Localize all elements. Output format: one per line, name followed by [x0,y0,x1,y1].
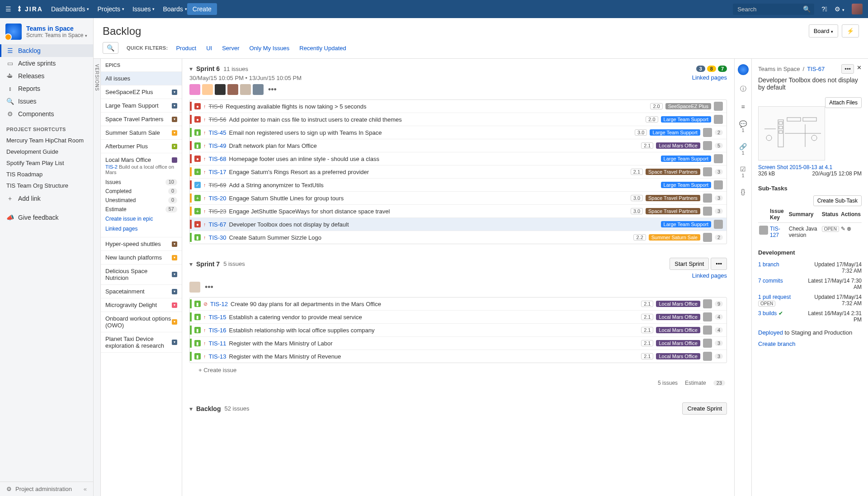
user-avatar[interactable] [852,4,863,14]
nav-boards[interactable]: Boards ▾ [163,5,187,13]
filter-search-icon[interactable]: 🔍 [103,42,118,54]
project-subtitle[interactable]: Scrum: Teams in Space ▾ [26,32,87,38]
assignee-avatar[interactable] [703,141,712,150]
assignee-avatar[interactable] [703,352,712,361]
project-avatar[interactable] [5,24,22,40]
attachment-thumbnail[interactable] [758,106,825,161]
issue-row[interactable]: ▮⊘TIS-12Create 90 day plans for all depa… [190,298,726,311]
shortcut-link[interactable]: Mercury Team HipChat Room [0,135,93,146]
create-button[interactable]: Create [187,3,217,15]
assignee-avatar[interactable] [189,84,200,95]
more-icon[interactable]: ••• [265,85,279,94]
epic-tag[interactable]: Large Team Support [661,156,711,162]
issue-key-link[interactable]: TIS-30 [209,234,226,241]
issue-key-link[interactable]: TIS-23 [209,208,226,215]
create-issue-epic-link[interactable]: Create issue in epic [105,214,177,224]
issue-key-link[interactable]: TIS-49 [209,142,226,149]
issue-row[interactable]: ✓↑TIS-69Add a String anonymizer to TextU… [190,179,726,192]
assignee-avatar[interactable] [703,128,712,137]
app-switcher-icon[interactable]: ☰ [5,5,11,13]
versions-tab[interactable]: VERSIONS [94,59,101,496]
assignee-avatar[interactable] [714,102,723,111]
epic-tag[interactable]: Summer Saturn Sale [649,234,700,241]
issue-row[interactable]: ▮↑TIS-11Register with the Mars Ministry … [190,337,726,350]
assignee-avatar[interactable] [703,326,712,335]
epic-item[interactable]: Spacetainment▾ [101,285,182,298]
info-icon[interactable]: ⓘ [740,85,746,93]
issue-row[interactable]: ●↑TIS-68Homepage footer uses an inline s… [190,152,726,165]
issue-key-link[interactable]: TIS-15 [209,314,226,321]
description-icon[interactable]: ≡ [741,103,745,110]
delete-icon[interactable]: ⊗ [847,226,851,232]
assignee-avatar[interactable] [703,339,712,348]
nav-dashboards[interactable]: Dashboards ▾ [51,5,90,13]
close-icon[interactable]: ✕ [857,64,862,74]
assignee-avatar[interactable] [703,194,712,203]
collapse-sidebar-icon[interactable]: « [84,486,87,492]
issue-key-link[interactable]: TIS-56 [209,116,226,123]
nav-issues[interactable]: Issues ▾ [132,5,155,13]
epic-tag[interactable]: Large Team Support [661,182,711,188]
assignee-avatar[interactable] [714,220,723,229]
project-admin-link[interactable]: Project administration [15,486,72,492]
sidebar-item-backlog[interactable]: ☰Backlog [0,44,93,57]
issue-key-link[interactable]: TIS-69 [209,182,226,189]
filter-recently-updated[interactable]: Recently Updated [299,45,346,52]
issue-row[interactable]: ▮↑TIS-49Draft network plan for Mars Offi… [190,139,726,152]
assignee-avatar[interactable] [703,233,712,242]
epic-item[interactable]: Hyper-speed shuttles▾ [101,237,182,251]
epic-tag[interactable]: Space Travel Partners [646,208,700,214]
sidebar-item-reports[interactable]: ⫾Reports [0,82,93,95]
linked-pages-link[interactable]: Linked pages [692,272,727,279]
share-button[interactable]: ⚡ [842,24,859,38]
edit-icon[interactable]: ✎ [841,226,845,232]
assignee-avatar[interactable] [703,207,712,216]
assignee-avatar[interactable] [714,180,723,189]
issue-row[interactable]: ▮↑TIS-13Register with the Mars Ministry … [190,350,726,363]
subtasks-icon[interactable]: ☑1 [740,165,746,178]
dev-link[interactable]: 1 pull request [758,294,791,300]
epic-tag[interactable]: Local Mars Office [656,301,700,307]
assignee-avatar[interactable] [215,84,226,95]
assignee-avatar[interactable] [253,84,264,95]
issue-key-link[interactable]: TIS-11 [209,340,226,347]
epic-expanded[interactable]: Local Mars Office TIS-2 Build out a loca… [101,153,182,237]
epic-item[interactable]: Space Travel Partners▾ [101,113,182,126]
epic-tag[interactable]: Space Travel Partners [646,169,700,175]
nav-projects[interactable]: Projects ▾ [97,5,124,13]
shortcut-link[interactable]: TIS Roadmap [0,169,93,180]
comments-icon[interactable]: 💬1 [739,120,747,133]
issue-key-link[interactable]: TIS-12 [210,301,228,307]
issue-row[interactable]: ▮↑TIS-15Establish a catering vendor to p… [190,311,726,324]
linked-pages-link[interactable]: Linked pages [692,74,727,81]
epic-item[interactable]: Summer Saturn Sale▾ [101,126,182,140]
attach-files-button[interactable]: Attach Files [825,97,862,108]
detail-more-button[interactable]: ••• [841,64,854,74]
create-sprint-button[interactable]: Create Sprint [682,402,727,415]
epic-tag[interactable]: Local Mars Office [656,353,700,359]
create-subtask-button[interactable]: Create Sub-Task [813,195,862,206]
filter-ui[interactable]: UI [206,45,212,52]
issue-row[interactable]: ●↑TIS-56Add pointer to main css file to … [190,113,726,126]
shortcut-link[interactable]: Spotify Team Play List [0,157,93,169]
create-issue-link[interactable]: + Create issue [189,363,727,377]
epic-item[interactable]: Planet Taxi Device exploration & researc… [101,332,182,353]
create-branch-link[interactable]: Create branch [758,340,795,347]
dev-icon[interactable]: {} [741,188,745,195]
epic-tag[interactable]: Space Travel Partners [646,195,700,201]
epic-item[interactable]: Microgravity Delight▾ [101,298,182,312]
sidebar-item-issues[interactable]: 🔍Issues [0,95,93,108]
issue-key-link[interactable]: TIS-68 [209,156,226,162]
issue-row[interactable]: +↑TIS-23Engage JetShuttle SpaceWays for … [190,205,726,218]
issue-key-link[interactable]: TIS-45 [209,129,226,136]
assignee-avatar[interactable] [703,167,712,176]
feedback-button[interactable]: 📣Give feedback [0,210,93,225]
issue-key-link[interactable]: TIS-8 [209,103,223,110]
issue-row[interactable]: ●↑TIS-8Requesting avaliable flights is n… [190,100,726,113]
sprint-toggle-icon[interactable]: ▾ [189,65,193,72]
assignee-avatar[interactable] [189,282,200,293]
sidebar-item-components[interactable]: ⚙Components [0,108,93,120]
sprint-toggle-icon[interactable]: ▾ [189,260,193,268]
assignee-avatar[interactable] [202,84,213,95]
dev-link[interactable]: 7 commits [758,278,783,284]
